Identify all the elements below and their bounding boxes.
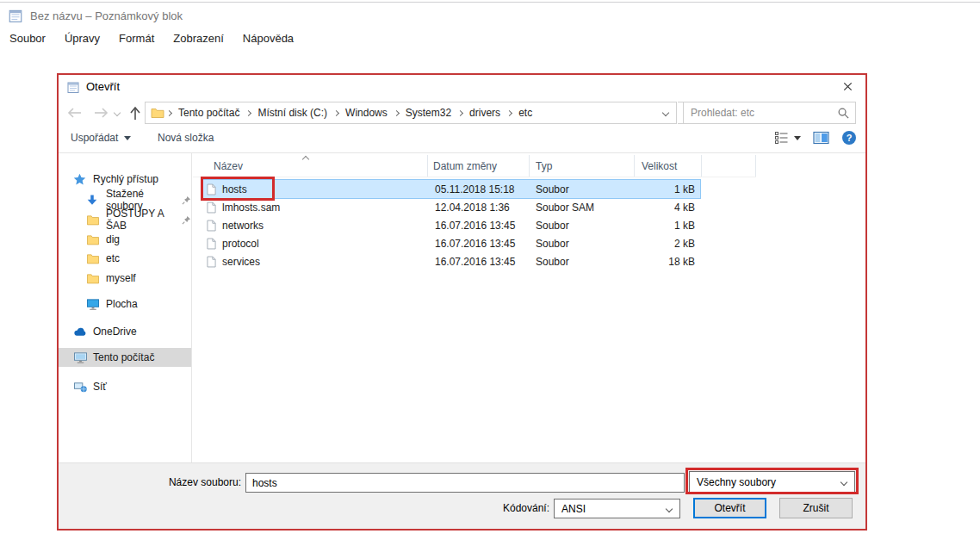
column-header-velikost[interactable]: Velikost xyxy=(635,155,702,177)
filename-label: Název souboru: xyxy=(138,476,241,488)
sidebar-item-label: OneDrive xyxy=(93,326,137,338)
encoding-select[interactable]: ANSI xyxy=(554,499,680,518)
notepad-menubar: Soubor Úpravy Formát Zobrazení Nápověda xyxy=(0,28,980,47)
open-button[interactable]: Otevřít xyxy=(693,498,766,518)
file-date: 05.11.2018 15:18 xyxy=(428,183,530,195)
svg-text:?: ? xyxy=(847,133,853,143)
organize-button[interactable]: Uspořádat xyxy=(71,132,131,144)
filename-input[interactable] xyxy=(245,473,685,493)
menu-upravy[interactable]: Úpravy xyxy=(55,30,109,47)
view-options-button[interactable] xyxy=(774,131,801,145)
file-size: 2 kB xyxy=(635,238,700,250)
sidebar-item-stazene-soubory[interactable]: Stažené soubory xyxy=(59,190,191,209)
file-row-hosts[interactable]: hosts 05.11.2018 15:18 Soubor 1 kB xyxy=(202,180,700,198)
organize-label: Uspořádat xyxy=(71,132,118,144)
sidebar-item-rychly-pristup[interactable]: Rychlý přístup xyxy=(59,170,191,189)
file-size: 1 kB xyxy=(635,220,700,232)
sort-ascending-icon xyxy=(302,156,309,163)
folder-icon xyxy=(151,107,164,119)
column-header-label: Název xyxy=(214,160,243,172)
open-button-label: Otevřít xyxy=(714,502,745,514)
menu-napoveda[interactable]: Nápověda xyxy=(233,30,303,47)
forward-arrow-icon xyxy=(94,108,109,118)
breadcrumb-separator-icon xyxy=(457,109,463,115)
help-button[interactable]: ? xyxy=(841,130,857,146)
menu-zobrazeni[interactable]: Zobrazení xyxy=(164,30,233,47)
column-header-datum-zmeny[interactable]: Datum změny xyxy=(428,155,530,177)
breadcrumb-drivers[interactable]: drivers xyxy=(465,107,505,119)
desktop-icon xyxy=(86,297,101,311)
address-bar[interactable]: Tento počítač Místní disk (C:) Windows S… xyxy=(145,102,677,124)
forward-button[interactable] xyxy=(91,103,110,122)
sidebar-item-sit[interactable]: Síť xyxy=(59,377,191,396)
file-row-networks[interactable]: networks 16.07.2016 13:45 Soubor 1 kB xyxy=(202,216,700,234)
sidebar-item-label: Rychlý přístup xyxy=(93,173,158,185)
cancel-button[interactable]: Zrušit xyxy=(779,498,853,518)
file-name: protocol xyxy=(222,238,259,250)
file-name: lmhosts.sam xyxy=(222,202,280,214)
column-header-nazev[interactable]: Název xyxy=(193,155,428,177)
file-row-protocol[interactable]: protocol 16.07.2016 13:45 Soubor 2 kB xyxy=(202,234,700,252)
breadcrumb-etc[interactable]: etc xyxy=(514,107,537,119)
file-row-lmhosts[interactable]: lmhosts.sam 12.04.2018 1:36 Soubor SAM 4… xyxy=(202,198,700,216)
sidebar-item-etc[interactable]: etc xyxy=(59,249,191,268)
new-folder-label: Nová složka xyxy=(158,132,214,144)
search-box xyxy=(683,102,856,124)
sidebar-item-label: Síť xyxy=(93,381,107,393)
menu-format[interactable]: Formát xyxy=(109,30,164,47)
notepad-icon xyxy=(8,8,23,23)
sidebar-item-plocha[interactable]: Plocha xyxy=(59,295,191,313)
search-icon xyxy=(837,107,850,120)
navigation-row: Tento počítač Místní disk (C:) Windows S… xyxy=(59,99,865,127)
file-type: Soubor SAM xyxy=(530,202,635,214)
pin-icon xyxy=(182,195,191,205)
breadcrumb-mistni-disk-c[interactable]: Místní disk (C:) xyxy=(253,107,332,119)
folder-icon xyxy=(86,233,101,246)
breadcrumb-system32[interactable]: System32 xyxy=(401,107,456,119)
file-icon xyxy=(207,220,216,232)
network-icon xyxy=(73,380,88,394)
breadcrumb-separator-icon xyxy=(245,109,251,115)
file-size: 1 kB xyxy=(635,183,700,195)
column-header-empty xyxy=(702,155,756,177)
column-header-typ[interactable]: Typ xyxy=(530,155,635,177)
breadcrumb-separator-icon xyxy=(333,109,339,115)
quick-access-star-icon xyxy=(73,172,88,186)
address-dropdown-icon[interactable] xyxy=(662,109,669,116)
folder-icon xyxy=(86,251,101,265)
dialog-title: Otevřít xyxy=(86,80,120,93)
back-button[interactable] xyxy=(65,103,84,122)
this-pc-icon xyxy=(73,351,88,364)
file-type: Soubor xyxy=(530,183,635,195)
sidebar-item-onedrive[interactable]: OneDrive xyxy=(59,322,191,341)
up-arrow-icon xyxy=(130,106,140,121)
chevron-down-icon xyxy=(794,136,801,140)
recent-locations-button[interactable] xyxy=(110,103,124,122)
new-folder-button[interactable]: Nová složka xyxy=(158,132,214,144)
up-button[interactable] xyxy=(126,103,145,122)
sidebar-item-label: Tento počítač xyxy=(93,351,154,363)
breadcrumb-tento-pocitac[interactable]: Tento počítač xyxy=(174,107,244,119)
notepad-icon xyxy=(66,80,80,94)
breadcrumb-separator-icon xyxy=(166,109,172,115)
sidebar-item-myself[interactable]: myself xyxy=(59,269,191,288)
sidebar-item-label: dig xyxy=(106,233,120,245)
file-name: services xyxy=(222,256,260,268)
file-row-services[interactable]: services 16.07.2016 13:45 Soubor 18 kB xyxy=(202,252,700,270)
sidebar-item-postupy-a-sab[interactable]: POSTUPY A ŠAB xyxy=(59,210,191,229)
search-input[interactable] xyxy=(684,102,834,123)
sidebar-item-label: Plocha xyxy=(106,298,138,310)
open-file-dialog: Otevřít xyxy=(57,73,867,530)
sidebar-item-tento-pocitac[interactable]: Tento počítač xyxy=(59,348,191,367)
breadcrumb-separator-icon xyxy=(394,109,400,115)
close-button[interactable] xyxy=(836,78,859,95)
notepad-window-title: Bez názvu – Poznámkový blok xyxy=(30,9,183,22)
preview-pane-button[interactable] xyxy=(813,131,829,145)
file-date: 16.07.2016 13:45 xyxy=(428,220,530,232)
menu-soubor[interactable]: Soubor xyxy=(0,30,55,47)
notepad-titlebar: Bez názvu – Poznámkový blok xyxy=(0,4,980,27)
breadcrumb-windows[interactable]: Windows xyxy=(341,107,392,119)
column-header-label: Datum změny xyxy=(433,160,497,172)
file-type: Soubor xyxy=(530,256,635,268)
sidebar-item-dig[interactable]: dig xyxy=(59,230,191,249)
